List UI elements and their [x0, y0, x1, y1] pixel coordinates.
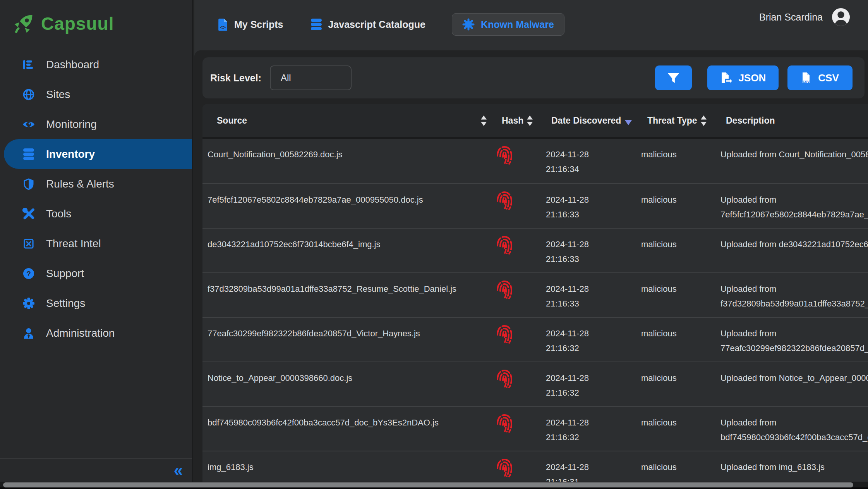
sidebar-item-label: Sites [46, 88, 70, 101]
description-cell: Uploaded from 77eafc30299ef982322b86fdea… [719, 318, 868, 362]
threat-type-cell: malicious [638, 184, 719, 228]
sidebar-item-rules-alerts[interactable]: Rules & Alerts [0, 169, 192, 199]
column-label[interactable]: Date Discovered [551, 115, 621, 126]
table-row[interactable]: img_6183.js 2024-11-28 21:16:31 maliciou… [202, 451, 868, 482]
sidebar-item-dashboard[interactable]: Dashboard [0, 50, 192, 79]
threat-box-icon [22, 239, 35, 249]
sidebar-item-label: Monitoring [46, 118, 97, 131]
column-header-threat-type: Threat Type [638, 115, 719, 126]
fingerprint-icon[interactable] [496, 324, 545, 346]
sidebar-item-label: Settings [46, 297, 85, 310]
hash-cell [491, 184, 545, 228]
date-cell: 2024-11-28 21:16:32 [545, 362, 638, 406]
hash-cell [491, 139, 545, 183]
date-cell: 2024-11-28 21:16:32 [545, 407, 638, 451]
export-json-button[interactable]: JSON [707, 65, 779, 90]
fingerprint-icon[interactable] [496, 413, 545, 435]
description-cell: Uploaded from de3043221ad10752ec6f73014b… [719, 229, 868, 272]
table-row[interactable]: 7ef5fcf12067e5802c8844eb7829a7ae_0009550… [202, 183, 868, 228]
sort-icon-hash[interactable] [527, 115, 533, 126]
threat-type-cell: malicious [638, 362, 719, 406]
column-label[interactable]: Threat Type [647, 115, 697, 126]
date-value: 2024-11-28 [546, 237, 638, 252]
table-row[interactable]: f37d32809ba53d99a01a1dffe33a8752_Resume_… [202, 272, 868, 317]
sidebar-item-sites[interactable]: Sites [0, 79, 192, 109]
tab-label: My Scripts [234, 19, 283, 30]
hash-cell [491, 407, 545, 451]
gear-icon [22, 298, 35, 309]
table-row[interactable]: de3043221ad10752ec6f73014bcbe6f4_img.js … [202, 228, 868, 272]
tab-known-malware[interactable]: Known Malware [452, 13, 564, 36]
column-label: Description [726, 115, 775, 126]
threat-type-cell: malicious [638, 229, 719, 272]
date-cell: 2024-11-28 21:16:33 [545, 184, 638, 228]
description-cell: Uploaded from 7ef5fcf12067e5802c8844eb78… [719, 184, 868, 228]
export-csv-label: CSV [818, 72, 839, 84]
top-tabs: My Scripts Javascript Catalogue Known Ma… [216, 13, 564, 36]
column-label[interactable]: Hash [502, 115, 523, 126]
sidebar-item-administration[interactable]: Administration [0, 318, 192, 348]
table-row[interactable]: bdf745980c093b6fc42f00ba3cacc57d_doc_bYs… [202, 406, 868, 451]
column-header-source: Source [202, 115, 491, 126]
sidebar-item-settings[interactable]: Settings [0, 288, 192, 318]
export-csv-button[interactable]: CSV [787, 65, 853, 90]
sidebar-item-label: Administration [46, 327, 115, 339]
app-title: Capsuul [41, 13, 114, 34]
date-value: 2024-11-28 [546, 326, 638, 341]
fingerprint-icon[interactable] [496, 235, 545, 257]
collapse-sidebar-icon[interactable]: « [174, 462, 183, 479]
source-cell: bdf745980c093b6fc42f00ba3cacc57d_doc_bYs… [202, 407, 491, 451]
scrollbar-thumb[interactable] [3, 482, 853, 487]
fingerprint-icon[interactable] [496, 145, 545, 167]
avatar-icon[interactable] [831, 7, 851, 27]
horizontal-scrollbar[interactable] [0, 482, 868, 489]
hash-cell [491, 318, 545, 362]
sidebar-item-label: Threat Intel [46, 238, 101, 250]
sidebar-item-label: Rules & Alerts [46, 178, 114, 190]
hash-cell [491, 451, 545, 482]
column-header-date-discovered: Date Discovered [545, 115, 638, 126]
time-value: 21:16:33 [546, 296, 638, 311]
threat-type-cell: malicious [638, 318, 719, 362]
fingerprint-icon[interactable] [496, 279, 545, 301]
sidebar-item-support[interactable]: Support [0, 258, 192, 288]
column-label[interactable]: Source [217, 115, 247, 126]
sort-icon-threat-type[interactable] [700, 115, 707, 126]
sidebar-item-monitoring[interactable]: Monitoring [0, 109, 192, 139]
threat-type-cell: malicious [638, 451, 719, 482]
tab-my-scripts[interactable]: My Scripts [216, 13, 285, 36]
column-header-hash: Hash [491, 115, 545, 126]
question-circle-icon [22, 268, 35, 279]
date-cell: 2024-11-28 21:16:33 [545, 229, 638, 272]
filter-button[interactable] [655, 65, 692, 90]
date-value: 2024-11-28 [546, 371, 638, 386]
sidebar-item-threat-intel[interactable]: Threat Intel [0, 229, 192, 258]
fingerprint-icon[interactable] [496, 368, 545, 390]
source-cell: f37d32809ba53d99a01a1dffe33a8752_Resume_… [202, 273, 491, 317]
table-row[interactable]: 77eafc30299ef982322b86fdea20857d_Victor_… [202, 317, 868, 362]
fingerprint-icon[interactable] [496, 458, 545, 479]
tab-javascript-catalogue[interactable]: Javascript Catalogue [309, 13, 427, 36]
sort-desc-icon-date[interactable] [625, 116, 632, 125]
time-value: 21:16:32 [546, 386, 638, 400]
table-row[interactable]: Court_Notification_00582269.doc.js 2024-… [202, 139, 868, 183]
sidebar-item-tools[interactable]: Tools [0, 199, 192, 229]
time-value: 21:16:33 [546, 252, 638, 267]
table-row[interactable]: Notice_to_Appear_0000398660.doc.js 2024-… [202, 362, 868, 406]
tools-icon [22, 208, 35, 220]
sort-icon-source[interactable] [480, 115, 487, 126]
date-cell: 2024-11-28 21:16:31 [545, 451, 638, 482]
topbar: My Scripts Javascript Catalogue Known Ma… [194, 0, 868, 50]
risk-level-select[interactable]: All [270, 65, 352, 90]
date-cell: 2024-11-28 21:16:34 [545, 139, 638, 183]
shield-icon [22, 178, 35, 190]
time-value: 21:16:32 [546, 430, 638, 445]
hash-cell [491, 362, 545, 406]
hash-cell [491, 229, 545, 272]
date-value: 2024-11-28 [546, 147, 638, 162]
user-menu[interactable]: Brian Scardina [759, 7, 851, 27]
sidebar-item-inventory[interactable]: Inventory [4, 139, 192, 169]
fingerprint-icon[interactable] [496, 190, 545, 212]
file-csv-icon [801, 72, 813, 84]
source-cell: Notice_to_Appear_0000398660.doc.js [202, 362, 491, 406]
